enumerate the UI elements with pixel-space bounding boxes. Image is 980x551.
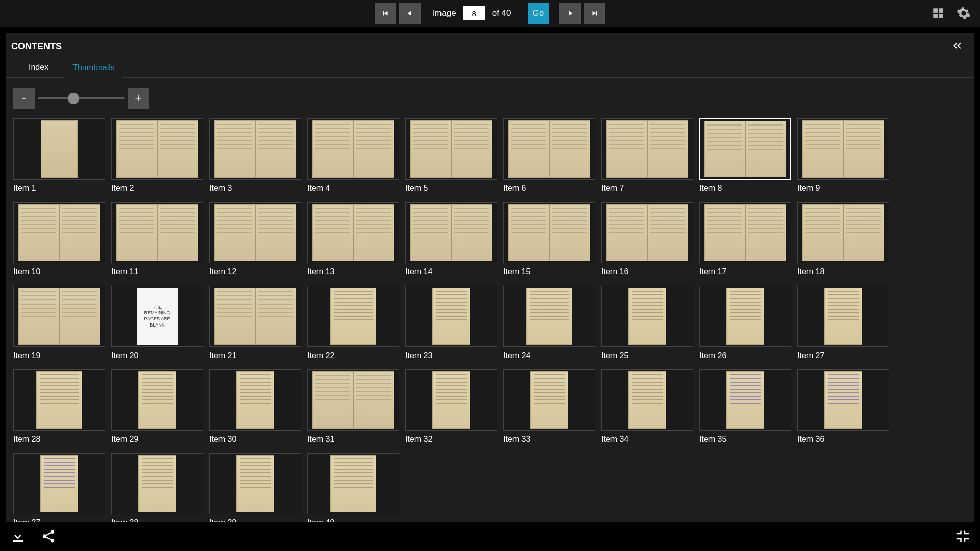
page-number-input[interactable] [463,6,485,20]
last-page-button[interactable] [584,3,605,24]
first-page-icon [381,9,390,18]
tab-thumbnails[interactable]: Thumbnails [65,59,122,78]
svg-rect-0 [933,8,938,13]
prev-page-button[interactable] [399,3,421,24]
thumbnail-box[interactable] [601,286,693,347]
thumbnail-item: Item 22 [307,286,405,360]
thumbnail-item: Item 8 [699,118,797,193]
thumbnail-box[interactable] [13,286,105,347]
prev-icon [405,9,414,18]
thumbnail-item: Item 5 [405,118,503,193]
zoom-in-button[interactable]: + [128,88,149,109]
download-button[interactable] [10,529,26,545]
thumbnail-box[interactable] [503,286,595,347]
share-button[interactable] [41,529,56,545]
thumbnail-box[interactable] [307,202,399,263]
thumbnail-item: Item 1 [13,118,111,193]
thumbnail-box[interactable] [503,118,595,180]
thumbnail-box[interactable] [699,286,791,347]
tab-index[interactable]: Index [21,59,56,77]
thumbnail-box[interactable] [405,118,497,180]
thumbnail-label: Item 1 [13,184,111,193]
thumbnail-label: Item 6 [503,184,601,193]
thumbnail-box[interactable] [601,369,693,431]
thumbnail-item: Item 25 [601,286,699,360]
thumbnail-label: Item 22 [307,351,405,360]
thumbnail-box[interactable] [699,202,791,263]
gear-icon [957,6,971,20]
thumbnail-box[interactable] [797,286,889,347]
settings-button[interactable] [957,6,971,20]
thumbnail-box[interactable] [209,453,301,514]
thumbnail-label: Item 32 [405,435,503,444]
thumbnail-label: Item 34 [601,435,699,444]
thumbnail-label: Item 35 [699,435,797,444]
thumbnail-box[interactable] [209,369,301,431]
thumbnails-scroll[interactable]: Item 1Item 2Item 3Item 4Item 5Item 6Item… [6,114,974,522]
thumbnail-item: THE REMAINING PAGES ARE BLANKItem 20 [111,286,209,360]
thumbnail-item: Item 11 [111,202,209,277]
thumbnail-item: Item 17 [699,202,797,277]
thumbnail-box[interactable] [209,286,301,347]
contents-title: CONTENTS [11,41,62,52]
thumbnail-box[interactable] [699,118,791,180]
thumbnail-item: Item 28 [13,369,111,444]
thumbnail-box[interactable] [13,369,105,431]
thumbnail-box[interactable] [503,202,595,263]
thumbnail-box[interactable] [405,369,497,431]
thumbnail-box[interactable] [307,369,399,431]
zoom-out-button[interactable]: - [13,88,35,109]
thumbnail-box[interactable] [111,453,203,514]
thumbnail-label: Item 24 [503,351,601,360]
thumbnail-label: Item 10 [13,267,111,277]
thumbnail-box[interactable] [111,118,203,180]
thumbnail-box[interactable] [797,202,889,263]
header-right-controls [931,0,971,27]
thumbnail-box[interactable] [13,118,105,180]
thumbnail-item: Item 37 [13,453,111,522]
thumbnail-box[interactable] [307,453,399,514]
thumbnail-label: Item 17 [699,267,797,277]
thumbnail-label: Item 4 [307,184,405,193]
thumbnail-box[interactable] [405,202,497,263]
panel-tabs: Index Thumbnails [6,57,974,78]
thumbnail-label: Item 29 [111,435,209,444]
go-button[interactable]: Go [528,3,549,24]
thumbnail-label: Item 21 [209,351,307,360]
thumbnail-box[interactable] [13,453,105,514]
thumbnail-box[interactable] [111,202,203,263]
first-page-button[interactable] [375,3,396,24]
svg-rect-2 [933,14,938,18]
thumbnail-box[interactable] [601,202,693,263]
next-page-button[interactable] [559,3,581,24]
thumbnail-label: Item 11 [111,267,209,277]
thumbnail-item: Item 33 [503,369,601,444]
thumbnail-box[interactable] [797,118,889,180]
thumbnail-box[interactable] [307,118,399,180]
thumbnail-item: Item 15 [503,202,601,277]
zoom-slider[interactable] [38,97,125,99]
thumbnail-item: Item 26 [699,286,797,360]
thumbnail-box[interactable] [601,118,693,180]
thumbnail-box[interactable] [699,369,791,431]
thumbnail-box[interactable] [209,118,301,180]
contents-header: CONTENTS [6,33,974,57]
svg-rect-3 [939,14,943,18]
thumbnail-box[interactable] [405,286,497,347]
thumbnail-label: Item 28 [13,435,111,444]
last-page-icon [590,9,599,18]
svg-point-5 [51,530,55,534]
thumbnail-box[interactable] [111,369,203,431]
exit-fullscreen-button[interactable] [954,529,970,545]
thumbnail-label: Item 2 [111,184,209,193]
thumbnail-box[interactable] [307,286,399,347]
collapse-panel-button[interactable] [950,40,964,54]
thumbnail-box[interactable] [13,202,105,263]
thumbnail-box[interactable] [797,369,889,431]
thumbnail-item: Item 27 [797,286,895,360]
gallery-view-button[interactable] [931,6,945,20]
thumbnail-box[interactable] [503,369,595,431]
thumbnail-label: Item 25 [601,351,699,360]
thumbnail-box[interactable] [209,202,301,263]
thumbnail-box[interactable]: THE REMAINING PAGES ARE BLANK [111,286,203,347]
